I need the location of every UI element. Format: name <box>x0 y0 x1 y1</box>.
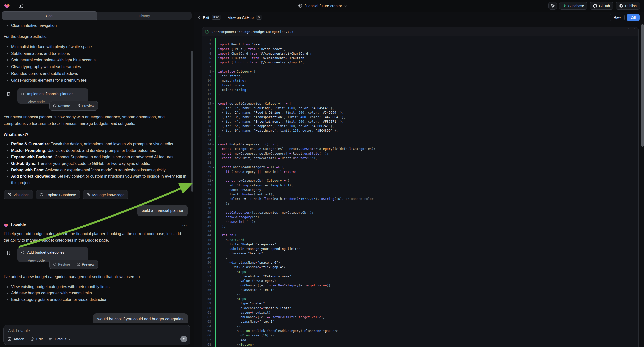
code-line: 21 { id: '6', name: 'Healthcare', limit:… <box>202 128 638 133</box>
line-number: 33 <box>202 183 211 188</box>
globe-icon <box>298 4 302 8</box>
file-header[interactable]: src/components/budget/BudgetCategories.t… <box>202 27 638 36</box>
code-line: 33 id: String(categories.length + 1), <box>202 183 638 188</box>
help-paragraph: I'll help you add budget categories to t… <box>4 231 187 244</box>
code-line: 25 const [categories, setCategories] = R… <box>202 146 638 151</box>
code-line: 67 Add <box>202 338 638 342</box>
chat-input[interactable] <box>8 328 187 333</box>
fold-chevron-icon[interactable] <box>212 102 214 104</box>
preview-button[interactable]: Preview <box>74 101 98 110</box>
github-button[interactable]: GitHub <box>590 2 614 10</box>
code-line: 8interface Category { <box>202 70 638 74</box>
raw-toggle-button[interactable]: Raw <box>610 14 624 22</box>
code-line: 64 /> <box>202 324 638 328</box>
sliders-icon <box>48 337 52 341</box>
line-number: 31 <box>202 174 211 178</box>
exit-button[interactable]: Exit ESC <box>199 15 221 20</box>
bookmark-icon[interactable] <box>7 251 11 255</box>
logo-menu-chevron-icon[interactable] <box>12 4 14 7</box>
bookmark-icon[interactable] <box>7 92 11 96</box>
line-number: 11 <box>202 83 211 88</box>
line-number: 10 <box>202 78 211 83</box>
list-item: Minimalist interface with plenty of whit… <box>4 43 188 50</box>
ready-paragraph: Your sleek financial planner is now read… <box>4 114 187 127</box>
attach-button[interactable]: Attach <box>8 337 24 341</box>
arrow-up-icon <box>182 337 186 340</box>
code-line: 1 <box>202 38 638 42</box>
added-paragraph: I've added a new budget categories manag… <box>4 274 187 280</box>
line-number: 67 <box>202 338 211 342</box>
line-number: 39 <box>202 210 211 215</box>
lovable-logo-heart-icon[interactable] <box>4 3 10 9</box>
code-line: 48 className="h-auto" <box>202 251 638 256</box>
line-number: 14 <box>202 96 211 101</box>
visit-docs-button[interactable]: Visit docs <box>4 190 33 200</box>
list-item: Clean, intuitive navigation <box>4 22 188 29</box>
code-line: 47 subtitle="Manage your spending limits… <box>202 247 638 251</box>
external-link-icon <box>8 193 11 197</box>
code-line: 59 type="number" <box>202 301 638 306</box>
restore-button[interactable]: Restore <box>50 101 74 110</box>
line-number: 25 <box>202 146 211 151</box>
code-line: 7 <box>202 65 638 70</box>
code-line: 42 }; <box>202 224 638 228</box>
tab-chat[interactable]: Chat <box>2 12 97 20</box>
line-number: 7 <box>202 65 211 70</box>
send-button[interactable] <box>180 336 187 342</box>
package-icon <box>86 193 90 197</box>
code-line: 60 placeholder="Monthly limit" <box>202 306 638 310</box>
settings-button[interactable] <box>548 2 557 10</box>
code-line: 44 return ( <box>202 233 638 238</box>
code-line: 14 <box>202 96 638 101</box>
fold-chevron-icon[interactable] <box>212 70 214 72</box>
code-line: 12 color: string; <box>202 88 638 92</box>
model-selector[interactable]: Default <box>48 337 70 341</box>
chat-scroll-area[interactable]: Clean, intuitive navigation For the desi… <box>0 22 194 323</box>
code-scrollbar-thumb[interactable] <box>641 24 644 146</box>
manage-knowledge-button[interactable]: Manage knowledge <box>83 190 128 200</box>
line-number: 24 <box>202 142 211 146</box>
fold-chevron-icon[interactable] <box>212 166 214 168</box>
chat-scrollbar-thumb[interactable] <box>191 51 193 192</box>
version-card-title: Implement financial planner <box>27 90 73 97</box>
view-on-github-button[interactable]: View on GitHub G <box>228 15 262 20</box>
preview-button[interactable]: Preview <box>74 260 98 269</box>
publish-button[interactable]: Publish <box>616 2 640 10</box>
diff-toggle-button[interactable]: Diff <box>627 14 640 22</box>
supabase-button[interactable]: Supabase <box>559 2 587 10</box>
code-editor[interactable]: 12import React from 'react';3import { Pl… <box>202 36 638 347</box>
code-line: 43 <box>202 228 638 233</box>
code-line: 63 className="flex-1" <box>202 319 638 324</box>
line-number: 36 <box>202 197 211 201</box>
line-number: 43 <box>202 228 211 233</box>
code-line: 31 <box>202 174 638 178</box>
line-number: 64 <box>202 324 211 328</box>
collapse-file-button[interactable] <box>628 28 635 35</box>
code-line: 22]; <box>202 133 638 138</box>
code-line: 29 const handleAddCategory = () => { <box>202 165 638 169</box>
code-line: 27 const [newLimit, setNewLimit] = React… <box>202 156 638 160</box>
line-number: 19 <box>202 120 211 124</box>
message-more-menu[interactable]: ··· <box>182 222 188 228</box>
line-number: 41 <box>202 220 211 224</box>
fold-chevron-icon[interactable] <box>212 144 214 145</box>
line-number: 3 <box>202 47 211 51</box>
github-icon <box>593 4 597 8</box>
code-line: 61 value={newLimit} <box>202 310 638 315</box>
toggle-sidebar-icon[interactable] <box>18 3 24 9</box>
restore-button[interactable]: Restore <box>50 260 74 269</box>
whats-next-list: Refine & Customize: Tweak the design, an… <box>4 141 188 186</box>
line-number: 59 <box>202 301 211 306</box>
edit-mode-button[interactable]: Edit <box>30 337 43 341</box>
list-item: Subtle animations and transitions <box>4 50 188 57</box>
fold-chevron-icon[interactable] <box>212 180 214 182</box>
line-number: 28 <box>202 160 211 165</box>
line-number: 1 <box>202 38 211 42</box>
tab-history[interactable]: History <box>97 12 192 20</box>
project-switcher[interactable]: financial-future-creator <box>298 4 346 8</box>
code-line: 32 const newCategoryObj: Category = { <box>202 178 638 183</box>
code-line: 9 id: string; <box>202 74 638 78</box>
code-line: 39 setCategories([...categories, newCate… <box>202 210 638 215</box>
explore-supabase-button[interactable]: Explore Supabase <box>36 190 80 200</box>
code-line: 52 <Input <box>202 270 638 274</box>
